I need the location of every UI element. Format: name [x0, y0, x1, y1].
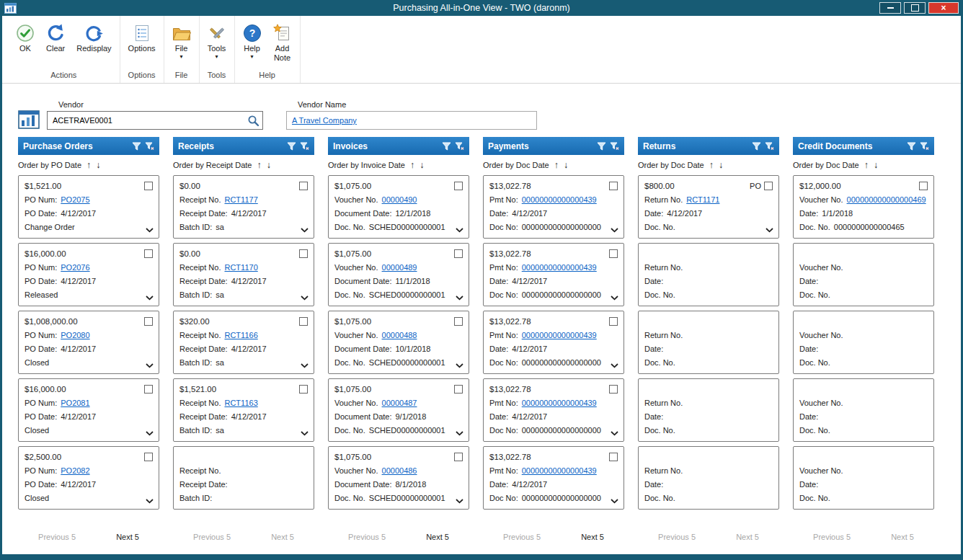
filter-icon[interactable]	[752, 142, 761, 151]
card-checkbox[interactable]	[299, 385, 308, 394]
chevron-down-icon[interactable]	[611, 295, 618, 301]
sort-ascending-icon[interactable]: ↑	[257, 161, 261, 170]
maximize-button[interactable]	[904, 2, 926, 14]
card-checkbox[interactable]	[299, 317, 308, 326]
document-link[interactable]: 00000000000000439	[522, 399, 597, 407]
document-link[interactable]: RCT1177	[224, 195, 257, 204]
sort-descending-icon[interactable]: ↓	[96, 161, 100, 170]
document-link[interactable]: 00000000000000439	[522, 263, 597, 272]
options-button[interactable]: Options	[123, 19, 161, 55]
titlebar[interactable]: Purchasing All-in-One View - TWO (daronm…	[0, 0, 963, 16]
card-checkbox[interactable]	[144, 385, 153, 394]
document-link[interactable]: PO2076	[61, 263, 89, 272]
filter-icon[interactable]	[442, 142, 451, 151]
document-link[interactable]: 00000000000000439	[522, 195, 597, 204]
document-link[interactable]: RCT1166	[224, 331, 257, 339]
document-link[interactable]: 00000000000000439	[522, 331, 597, 339]
document-link[interactable]: PO2080	[61, 331, 89, 339]
help-button[interactable]: ?Help▾	[237, 19, 267, 61]
chevron-down-icon[interactable]	[456, 363, 463, 368]
chevron-down-icon[interactable]	[146, 499, 154, 504]
card-checkbox[interactable]	[454, 453, 463, 461]
card-checkbox[interactable]	[454, 249, 463, 258]
chevron-down-icon[interactable]	[146, 363, 154, 368]
sort-descending-icon[interactable]: ↓	[719, 161, 723, 170]
card-checkbox[interactable]	[299, 182, 308, 190]
clear-filter-icon[interactable]	[455, 142, 464, 151]
document-link[interactable]: PO2075	[61, 195, 89, 204]
sort-ascending-icon[interactable]: ↑	[86, 161, 91, 170]
chevron-down-icon[interactable]	[456, 295, 463, 301]
document-link[interactable]: RCT1170	[224, 263, 257, 272]
clear-filter-icon[interactable]	[145, 142, 154, 151]
chevron-down-icon[interactable]	[456, 499, 463, 504]
chevron-down-icon[interactable]	[456, 431, 463, 436]
card-checkbox[interactable]	[144, 249, 153, 258]
sort-descending-icon[interactable]: ↓	[267, 161, 271, 170]
next-5-link[interactable]: Next 5	[581, 533, 604, 541]
sort-descending-icon[interactable]: ↓	[564, 161, 568, 170]
card-checkbox[interactable]	[609, 385, 618, 394]
document-link[interactable]: 000000000000000469	[847, 195, 926, 204]
document-link[interactable]: PO2082	[61, 466, 89, 475]
document-link[interactable]: RCT1171	[686, 195, 719, 204]
document-link[interactable]: 00000486	[382, 466, 417, 475]
vendor-name-link[interactable]: A Travel Company	[292, 116, 357, 125]
filter-icon[interactable]	[907, 142, 916, 151]
lookup-icon[interactable]	[244, 112, 262, 129]
filter-icon[interactable]	[132, 142, 141, 151]
chevron-down-icon[interactable]	[301, 228, 309, 233]
card-checkbox[interactable]	[454, 182, 463, 190]
card-checkbox[interactable]	[144, 317, 153, 326]
document-link[interactable]: 00000487	[382, 399, 417, 407]
document-link[interactable]: 00000488	[382, 331, 417, 339]
sort-ascending-icon[interactable]: ↑	[709, 161, 714, 170]
card-checkbox[interactable]	[144, 182, 153, 190]
tools-button[interactable]: Tools▾	[202, 19, 232, 61]
filter-icon[interactable]	[287, 142, 296, 151]
sort-descending-icon[interactable]: ↓	[420, 161, 424, 170]
sort-descending-icon[interactable]: ↓	[874, 161, 878, 170]
redisplay-button[interactable]: Redisplay	[71, 19, 117, 55]
card-checkbox[interactable]	[609, 453, 618, 461]
chevron-down-icon[interactable]	[765, 228, 773, 233]
card-checkbox[interactable]	[919, 182, 928, 190]
card-checkbox[interactable]	[454, 317, 463, 326]
document-link[interactable]: 00000490	[382, 195, 417, 204]
chevron-down-icon[interactable]	[456, 228, 463, 233]
vendor-input[interactable]	[48, 112, 244, 129]
document-link[interactable]: RCT1163	[224, 399, 257, 407]
ok-button[interactable]: OK	[10, 19, 40, 55]
chevron-down-icon[interactable]	[146, 295, 154, 301]
chevron-down-icon[interactable]	[611, 499, 618, 504]
clear-button[interactable]: Clear	[40, 19, 71, 55]
card-checkbox[interactable]	[299, 249, 308, 258]
document-link[interactable]: 00000489	[382, 263, 417, 272]
document-link[interactable]: 00000000000000439	[522, 466, 597, 475]
minimize-button[interactable]	[879, 2, 901, 14]
chevron-down-icon[interactable]	[146, 228, 154, 233]
card-checkbox[interactable]	[764, 182, 773, 190]
filter-icon[interactable]	[597, 142, 606, 151]
clear-filter-icon[interactable]	[610, 142, 619, 151]
chevron-down-icon[interactable]	[301, 431, 309, 436]
clear-filter-icon[interactable]	[765, 142, 774, 151]
chevron-down-icon[interactable]	[611, 228, 618, 233]
close-button[interactable]: ×	[928, 2, 959, 14]
next-5-link[interactable]: Next 5	[116, 533, 139, 541]
card-checkbox[interactable]	[609, 249, 618, 258]
sort-ascending-icon[interactable]: ↑	[410, 161, 414, 170]
file-button[interactable]: File▾	[167, 19, 197, 61]
clear-filter-icon[interactable]	[920, 142, 929, 151]
chevron-down-icon[interactable]	[146, 431, 154, 436]
card-checkbox[interactable]	[144, 453, 153, 461]
chevron-down-icon[interactable]	[301, 363, 309, 368]
chevron-down-icon[interactable]	[301, 295, 309, 301]
card-checkbox[interactable]	[609, 317, 618, 326]
card-checkbox[interactable]	[454, 385, 463, 394]
add-note-button[interactable]: Add Note	[267, 19, 298, 65]
chevron-down-icon[interactable]	[611, 363, 618, 368]
card-checkbox[interactable]	[609, 182, 618, 190]
sort-ascending-icon[interactable]: ↑	[864, 161, 869, 170]
clear-filter-icon[interactable]	[300, 142, 309, 151]
